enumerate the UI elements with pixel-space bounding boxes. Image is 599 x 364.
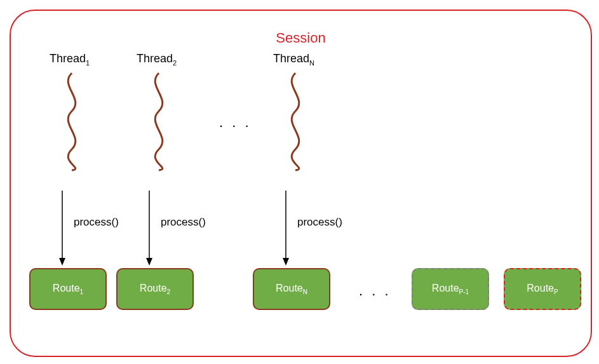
- process-arrow: [279, 191, 292, 267]
- thread-label: ThreadN: [273, 52, 314, 67]
- route-box: RouteN: [253, 268, 330, 310]
- thread-label: Thread1: [50, 52, 90, 67]
- process-arrow: [56, 191, 69, 267]
- routes-ellipsis: . . .: [359, 283, 391, 299]
- thread-label-text: Thread: [137, 52, 173, 65]
- threads-ellipsis: . . .: [219, 114, 252, 131]
- route-box: Route1: [29, 268, 107, 310]
- thread-squiggle: [140, 70, 178, 172]
- thread-label-text: Thread: [50, 52, 86, 65]
- process-label: process(): [74, 216, 119, 229]
- svg-marker-5: [283, 258, 289, 266]
- session-title: Session: [11, 30, 591, 46]
- thread-squiggle: [53, 70, 91, 172]
- route-label-sub: P-1: [459, 288, 469, 295]
- route-label-text: Route: [140, 283, 167, 293]
- thread-squiggle: [276, 70, 314, 172]
- route-label-text: Route: [53, 283, 80, 293]
- svg-marker-1: [59, 258, 65, 266]
- route-label-sub: N: [303, 288, 307, 295]
- thread-label-sub: 1: [86, 59, 90, 67]
- thread-label-text: Thread: [273, 52, 309, 65]
- process-label: process(): [161, 216, 206, 229]
- route-label-text: Route: [527, 283, 554, 293]
- svg-marker-3: [146, 258, 152, 266]
- thread-label: Thread2: [137, 52, 177, 67]
- route-label-sub: P: [554, 288, 558, 295]
- route-box: RouteP: [504, 268, 581, 310]
- thread-label-sub: 2: [173, 59, 177, 67]
- process-arrow: [143, 191, 156, 267]
- route-label-sub: 2: [167, 288, 171, 295]
- route-label-text: Route: [276, 283, 303, 293]
- route-label-text: Route: [432, 283, 459, 293]
- thread-label-sub: N: [309, 59, 314, 67]
- route-label-sub: 1: [80, 288, 84, 295]
- route-box: Route2: [116, 268, 194, 310]
- route-box: RouteP-1: [412, 268, 489, 310]
- process-label: process(): [297, 216, 342, 229]
